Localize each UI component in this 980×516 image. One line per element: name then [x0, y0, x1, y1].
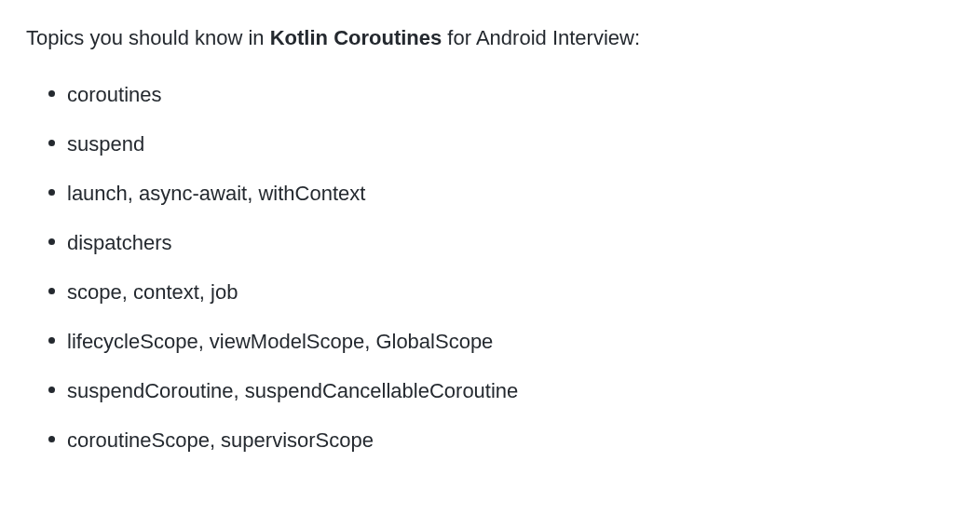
- list-item: suspend: [48, 129, 954, 159]
- intro-bold: Kotlin Coroutines: [270, 26, 442, 49]
- topic-text: suspendCoroutine, suspendCancellableCoro…: [67, 379, 518, 402]
- list-item: coroutineScope, supervisorScope: [48, 425, 954, 455]
- list-item: scope, context, job: [48, 277, 954, 307]
- topic-text: scope, context, job: [67, 280, 238, 304]
- intro-suffix: for Android Interview:: [442, 26, 640, 49]
- list-item: suspendCoroutine, suspendCancellableCoro…: [48, 375, 954, 406]
- topic-text: coroutines: [67, 83, 162, 106]
- list-item: launch, async-await, withContext: [48, 178, 954, 209]
- topic-text: launch, async-await, withContext: [67, 182, 365, 205]
- intro-prefix: Topics you should know in: [26, 26, 270, 49]
- topic-text: dispatchers: [67, 231, 172, 254]
- topic-text: lifecycleScope, viewModelScope, GlobalSc…: [67, 330, 493, 353]
- list-item: lifecycleScope, viewModelScope, GlobalSc…: [48, 326, 954, 357]
- intro-paragraph: Topics you should know in Kotlin Corouti…: [26, 22, 954, 53]
- topic-text: coroutineScope, supervisorScope: [67, 428, 374, 452]
- topic-text: suspend: [67, 132, 144, 156]
- topics-list: coroutines suspend launch, async-await, …: [26, 79, 954, 455]
- list-item: dispatchers: [48, 227, 954, 258]
- list-item: coroutines: [48, 79, 954, 110]
